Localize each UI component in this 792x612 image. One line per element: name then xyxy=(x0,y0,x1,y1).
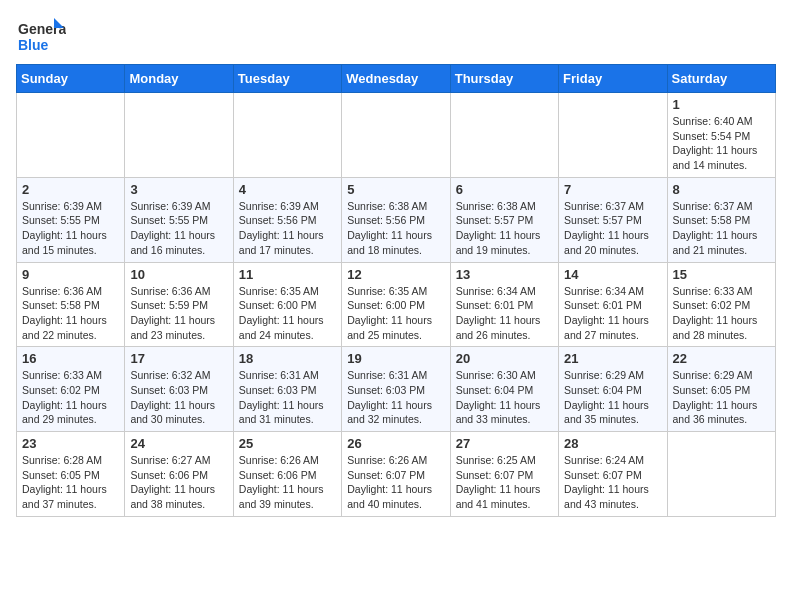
day-info: Sunrise: 6:39 AM Sunset: 5:55 PM Dayligh… xyxy=(130,199,227,258)
day-cell: 21Sunrise: 6:29 AM Sunset: 6:04 PM Dayli… xyxy=(559,347,667,432)
day-cell: 28Sunrise: 6:24 AM Sunset: 6:07 PM Dayli… xyxy=(559,432,667,517)
day-info: Sunrise: 6:39 AM Sunset: 5:56 PM Dayligh… xyxy=(239,199,336,258)
day-number: 25 xyxy=(239,436,336,451)
day-cell: 12Sunrise: 6:35 AM Sunset: 6:00 PM Dayli… xyxy=(342,262,450,347)
day-cell: 4Sunrise: 6:39 AM Sunset: 5:56 PM Daylig… xyxy=(233,177,341,262)
day-info: Sunrise: 6:38 AM Sunset: 5:56 PM Dayligh… xyxy=(347,199,444,258)
day-cell: 13Sunrise: 6:34 AM Sunset: 6:01 PM Dayli… xyxy=(450,262,558,347)
weekday-header-row: SundayMondayTuesdayWednesdayThursdayFrid… xyxy=(17,65,776,93)
week-row-2: 2Sunrise: 6:39 AM Sunset: 5:55 PM Daylig… xyxy=(17,177,776,262)
day-number: 22 xyxy=(673,351,770,366)
day-info: Sunrise: 6:38 AM Sunset: 5:57 PM Dayligh… xyxy=(456,199,553,258)
day-cell: 22Sunrise: 6:29 AM Sunset: 6:05 PM Dayli… xyxy=(667,347,775,432)
day-info: Sunrise: 6:35 AM Sunset: 6:00 PM Dayligh… xyxy=(347,284,444,343)
day-info: Sunrise: 6:29 AM Sunset: 6:04 PM Dayligh… xyxy=(564,368,661,427)
day-info: Sunrise: 6:26 AM Sunset: 6:06 PM Dayligh… xyxy=(239,453,336,512)
day-number: 3 xyxy=(130,182,227,197)
day-cell: 2Sunrise: 6:39 AM Sunset: 5:55 PM Daylig… xyxy=(17,177,125,262)
day-info: Sunrise: 6:35 AM Sunset: 6:00 PM Dayligh… xyxy=(239,284,336,343)
weekday-header-saturday: Saturday xyxy=(667,65,775,93)
day-info: Sunrise: 6:31 AM Sunset: 6:03 PM Dayligh… xyxy=(239,368,336,427)
day-info: Sunrise: 6:34 AM Sunset: 6:01 PM Dayligh… xyxy=(456,284,553,343)
day-info: Sunrise: 6:32 AM Sunset: 6:03 PM Dayligh… xyxy=(130,368,227,427)
day-info: Sunrise: 6:37 AM Sunset: 5:57 PM Dayligh… xyxy=(564,199,661,258)
day-cell: 11Sunrise: 6:35 AM Sunset: 6:00 PM Dayli… xyxy=(233,262,341,347)
day-number: 12 xyxy=(347,267,444,282)
day-number: 14 xyxy=(564,267,661,282)
day-number: 23 xyxy=(22,436,119,451)
day-cell: 26Sunrise: 6:26 AM Sunset: 6:07 PM Dayli… xyxy=(342,432,450,517)
day-number: 28 xyxy=(564,436,661,451)
logo-icon: GeneralBlue xyxy=(16,16,66,56)
day-number: 20 xyxy=(456,351,553,366)
day-cell: 1Sunrise: 6:40 AM Sunset: 5:54 PM Daylig… xyxy=(667,93,775,178)
day-cell xyxy=(667,432,775,517)
weekday-header-wednesday: Wednesday xyxy=(342,65,450,93)
day-cell: 25Sunrise: 6:26 AM Sunset: 6:06 PM Dayli… xyxy=(233,432,341,517)
svg-text:Blue: Blue xyxy=(18,37,49,53)
day-info: Sunrise: 6:30 AM Sunset: 6:04 PM Dayligh… xyxy=(456,368,553,427)
week-row-4: 16Sunrise: 6:33 AM Sunset: 6:02 PM Dayli… xyxy=(17,347,776,432)
logo: GeneralBlue xyxy=(16,16,66,56)
day-number: 18 xyxy=(239,351,336,366)
day-info: Sunrise: 6:33 AM Sunset: 6:02 PM Dayligh… xyxy=(673,284,770,343)
day-cell: 6Sunrise: 6:38 AM Sunset: 5:57 PM Daylig… xyxy=(450,177,558,262)
day-info: Sunrise: 6:34 AM Sunset: 6:01 PM Dayligh… xyxy=(564,284,661,343)
day-number: 11 xyxy=(239,267,336,282)
day-info: Sunrise: 6:25 AM Sunset: 6:07 PM Dayligh… xyxy=(456,453,553,512)
week-row-1: 1Sunrise: 6:40 AM Sunset: 5:54 PM Daylig… xyxy=(17,93,776,178)
day-number: 19 xyxy=(347,351,444,366)
day-cell xyxy=(125,93,233,178)
day-cell: 17Sunrise: 6:32 AM Sunset: 6:03 PM Dayli… xyxy=(125,347,233,432)
day-number: 15 xyxy=(673,267,770,282)
day-number: 7 xyxy=(564,182,661,197)
weekday-header-friday: Friday xyxy=(559,65,667,93)
weekday-header-sunday: Sunday xyxy=(17,65,125,93)
day-cell: 16Sunrise: 6:33 AM Sunset: 6:02 PM Dayli… xyxy=(17,347,125,432)
day-number: 8 xyxy=(673,182,770,197)
day-cell: 19Sunrise: 6:31 AM Sunset: 6:03 PM Dayli… xyxy=(342,347,450,432)
day-info: Sunrise: 6:33 AM Sunset: 6:02 PM Dayligh… xyxy=(22,368,119,427)
weekday-header-thursday: Thursday xyxy=(450,65,558,93)
day-cell: 20Sunrise: 6:30 AM Sunset: 6:04 PM Dayli… xyxy=(450,347,558,432)
day-number: 1 xyxy=(673,97,770,112)
day-info: Sunrise: 6:27 AM Sunset: 6:06 PM Dayligh… xyxy=(130,453,227,512)
day-cell: 7Sunrise: 6:37 AM Sunset: 5:57 PM Daylig… xyxy=(559,177,667,262)
day-number: 21 xyxy=(564,351,661,366)
day-cell: 9Sunrise: 6:36 AM Sunset: 5:58 PM Daylig… xyxy=(17,262,125,347)
day-cell xyxy=(450,93,558,178)
day-cell: 5Sunrise: 6:38 AM Sunset: 5:56 PM Daylig… xyxy=(342,177,450,262)
day-info: Sunrise: 6:39 AM Sunset: 5:55 PM Dayligh… xyxy=(22,199,119,258)
day-info: Sunrise: 6:24 AM Sunset: 6:07 PM Dayligh… xyxy=(564,453,661,512)
day-cell xyxy=(17,93,125,178)
day-info: Sunrise: 6:36 AM Sunset: 5:58 PM Dayligh… xyxy=(22,284,119,343)
header: GeneralBlue xyxy=(16,16,776,56)
day-number: 17 xyxy=(130,351,227,366)
day-cell: 18Sunrise: 6:31 AM Sunset: 6:03 PM Dayli… xyxy=(233,347,341,432)
day-info: Sunrise: 6:26 AM Sunset: 6:07 PM Dayligh… xyxy=(347,453,444,512)
day-cell: 15Sunrise: 6:33 AM Sunset: 6:02 PM Dayli… xyxy=(667,262,775,347)
day-number: 6 xyxy=(456,182,553,197)
day-cell xyxy=(342,93,450,178)
calendar: SundayMondayTuesdayWednesdayThursdayFrid… xyxy=(16,64,776,517)
day-number: 10 xyxy=(130,267,227,282)
day-cell: 8Sunrise: 6:37 AM Sunset: 5:58 PM Daylig… xyxy=(667,177,775,262)
day-cell: 27Sunrise: 6:25 AM Sunset: 6:07 PM Dayli… xyxy=(450,432,558,517)
day-cell: 23Sunrise: 6:28 AM Sunset: 6:05 PM Dayli… xyxy=(17,432,125,517)
day-number: 27 xyxy=(456,436,553,451)
day-info: Sunrise: 6:31 AM Sunset: 6:03 PM Dayligh… xyxy=(347,368,444,427)
day-cell xyxy=(559,93,667,178)
day-info: Sunrise: 6:28 AM Sunset: 6:05 PM Dayligh… xyxy=(22,453,119,512)
day-info: Sunrise: 6:40 AM Sunset: 5:54 PM Dayligh… xyxy=(673,114,770,173)
weekday-header-monday: Monday xyxy=(125,65,233,93)
week-row-3: 9Sunrise: 6:36 AM Sunset: 5:58 PM Daylig… xyxy=(17,262,776,347)
day-number: 13 xyxy=(456,267,553,282)
weekday-header-tuesday: Tuesday xyxy=(233,65,341,93)
day-info: Sunrise: 6:37 AM Sunset: 5:58 PM Dayligh… xyxy=(673,199,770,258)
day-number: 26 xyxy=(347,436,444,451)
day-info: Sunrise: 6:29 AM Sunset: 6:05 PM Dayligh… xyxy=(673,368,770,427)
day-number: 16 xyxy=(22,351,119,366)
day-number: 5 xyxy=(347,182,444,197)
day-cell: 10Sunrise: 6:36 AM Sunset: 5:59 PM Dayli… xyxy=(125,262,233,347)
day-number: 24 xyxy=(130,436,227,451)
